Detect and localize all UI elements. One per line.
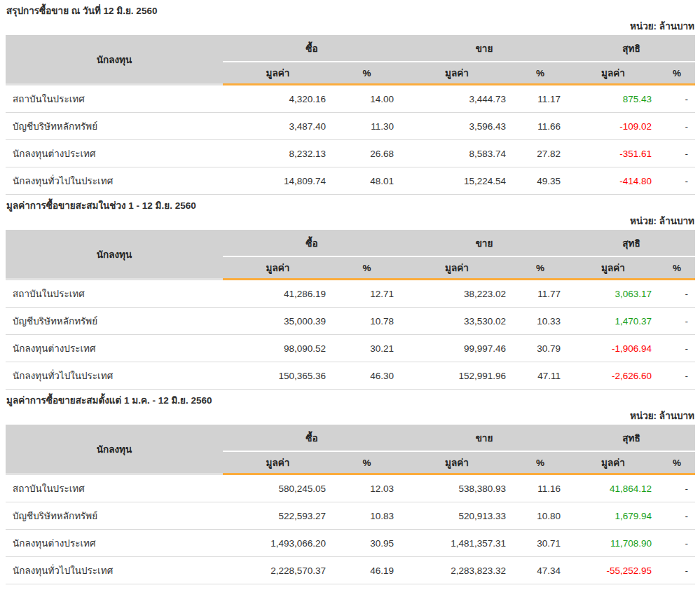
sell-value: 99,997.46 — [401, 335, 513, 362]
buy-percent: 46.30 — [333, 362, 401, 390]
sell-value: 33,530.02 — [401, 308, 513, 335]
sell-value: 538,380.93 — [401, 474, 513, 502]
header-net-value: มูลค่า — [568, 62, 659, 85]
sell-percent: 11.77 — [513, 280, 568, 308]
header-buy-percent: % — [333, 451, 401, 474]
table-row: สถาบันในประเทศ 4,320.16 14.00 3,444.73 1… — [6, 85, 695, 113]
month-to-date-section: มูลค่าการซื้อขายสะสมในช่วง 1 - 12 มิ.ย. … — [6, 195, 695, 390]
header-net-group: สุทธิ — [568, 425, 695, 451]
sell-value: 38,223.02 — [401, 280, 513, 308]
unit-label: หน่วย: ล้านบาท — [6, 212, 695, 230]
buy-value: 2,228,570.37 — [223, 557, 333, 584]
investor-name: บัญชีบริษัทหลักทรัพย์ — [6, 308, 223, 335]
buy-value: 14,809.74 — [223, 167, 333, 195]
net-percent: - — [659, 85, 695, 113]
table-row: สถาบันในประเทศ 41,286.19 12.71 38,223.02… — [6, 280, 695, 308]
buy-value: 35,000.39 — [223, 308, 333, 335]
table-row: บัญชีบริษัทหลักทรัพย์ 3,487.40 11.30 3,5… — [6, 113, 695, 140]
header-investor: นักลงทุน — [6, 35, 223, 85]
investor-name: นักลงทุนต่างประเทศ — [6, 530, 223, 557]
section-title: สรุปการซื้อขาย ณ วันที่ 12 มิ.ย. 2560 — [6, 0, 695, 17]
header-buy-percent: % — [333, 62, 401, 85]
sell-percent: 10.33 — [513, 308, 568, 335]
net-value: 875.43 — [568, 85, 659, 113]
header-buy-value: มูลค่า — [223, 451, 333, 474]
buy-value: 4,320.16 — [223, 85, 333, 113]
header-net-value: มูลค่า — [568, 256, 659, 280]
sell-value: 3,596.43 — [401, 113, 513, 140]
header-buy-group: ซื้อ — [223, 35, 401, 62]
sell-percent: 10.80 — [513, 502, 568, 530]
header-sell-value: มูลค่า — [401, 62, 513, 85]
header-net-percent: % — [659, 62, 695, 85]
sell-value: 15,224.54 — [401, 167, 513, 195]
net-percent: - — [659, 474, 695, 502]
table-row: สถาบันในประเทศ 580,245.05 12.03 538,380.… — [6, 474, 695, 502]
sell-percent: 30.79 — [513, 335, 568, 362]
sell-value: 2,283,823.32 — [401, 557, 513, 584]
sell-value: 8,583.74 — [401, 140, 513, 167]
table-row: นักลงทุนต่างประเทศ 1,493,066.20 30.95 1,… — [6, 530, 695, 557]
net-value: -109.02 — [568, 113, 659, 140]
header-net-group: สุทธิ — [568, 230, 695, 256]
table-row: บัญชีบริษัทหลักทรัพย์ 522,593.27 10.83 5… — [6, 502, 695, 530]
investor-name: บัญชีบริษัทหลักทรัพย์ — [6, 113, 223, 140]
buy-value: 98,090.52 — [223, 335, 333, 362]
header-net-percent: % — [659, 256, 695, 280]
buy-percent: 11.30 — [333, 113, 401, 140]
buy-percent: 10.78 — [333, 308, 401, 335]
buy-percent: 46.19 — [333, 557, 401, 584]
header-sell-group: ขาย — [401, 35, 568, 62]
header-sell-group: ขาย — [401, 425, 568, 451]
sell-value: 1,481,357.31 — [401, 530, 513, 557]
sell-percent: 30.71 — [513, 530, 568, 557]
page-content: สรุปการซื้อขาย ณ วันที่ 12 มิ.ย. 2560 หน… — [0, 0, 700, 590]
investor-name: บัญชีบริษัทหลักทรัพย์ — [6, 502, 223, 530]
header-net-group: สุทธิ — [568, 35, 695, 62]
investor-name: สถาบันในประเทศ — [6, 85, 223, 113]
net-percent: - — [659, 502, 695, 530]
daily-summary-section: สรุปการซื้อขาย ณ วันที่ 12 มิ.ย. 2560 หน… — [6, 0, 695, 195]
buy-value: 8,232.13 — [223, 140, 333, 167]
sell-percent: 47.11 — [513, 362, 568, 390]
buy-value: 522,593.27 — [223, 502, 333, 530]
buy-percent: 30.21 — [333, 335, 401, 362]
buy-percent: 30.95 — [333, 530, 401, 557]
buy-value: 580,245.05 — [223, 474, 333, 502]
net-percent: - — [659, 113, 695, 140]
net-value: 11,708.90 — [568, 530, 659, 557]
header-buy-group: ซื้อ — [223, 425, 401, 451]
header-buy-percent: % — [333, 256, 401, 280]
investor-name: นักลงทุนทั่วไปในประเทศ — [6, 362, 223, 390]
sell-value: 520,913.33 — [401, 502, 513, 530]
investor-name: นักลงทุนทั่วไปในประเทศ — [6, 167, 223, 195]
header-buy-value: มูลค่า — [223, 256, 333, 280]
header-group-row: นักลงทุน ซื้อ ขาย สุทธิ — [6, 35, 695, 62]
investor-name: นักลงทุนต่างประเทศ — [6, 335, 223, 362]
net-percent: - — [659, 362, 695, 390]
investor-name: นักลงทุนทั่วไปในประเทศ — [6, 557, 223, 584]
sell-value: 152,991.96 — [401, 362, 513, 390]
buy-percent: 26.68 — [333, 140, 401, 167]
investor-name: สถาบันในประเทศ — [6, 474, 223, 502]
sell-percent: 49.35 — [513, 167, 568, 195]
header-group-row: นักลงทุน ซื้อ ขาย สุทธิ — [6, 425, 695, 451]
net-value: -2,626.60 — [568, 362, 659, 390]
unit-label: หน่วย: ล้านบาท — [6, 17, 695, 35]
header-net-value: มูลค่า — [568, 451, 659, 474]
buy-percent: 12.03 — [333, 474, 401, 502]
buy-percent: 14.00 — [333, 85, 401, 113]
investor-table-mtd: นักลงทุน ซื้อ ขาย สุทธิ มูลค่า % มูลค่า … — [6, 230, 695, 390]
table-row: นักลงทุนต่างประเทศ 8,232.13 26.68 8,583.… — [6, 140, 695, 167]
net-percent: - — [659, 308, 695, 335]
net-value: -414.80 — [568, 167, 659, 195]
net-value: -351.61 — [568, 140, 659, 167]
net-value: 41,864.12 — [568, 474, 659, 502]
buy-value: 41,286.19 — [223, 280, 333, 308]
sell-value: 3,444.73 — [401, 85, 513, 113]
header-buy-group: ซื้อ — [223, 230, 401, 256]
net-percent: - — [659, 335, 695, 362]
header-sell-percent: % — [513, 451, 568, 474]
net-value: 1,679.94 — [568, 502, 659, 530]
investor-table-daily: นักลงทุน ซื้อ ขาย สุทธิ มูลค่า % มูลค่า … — [6, 35, 695, 195]
